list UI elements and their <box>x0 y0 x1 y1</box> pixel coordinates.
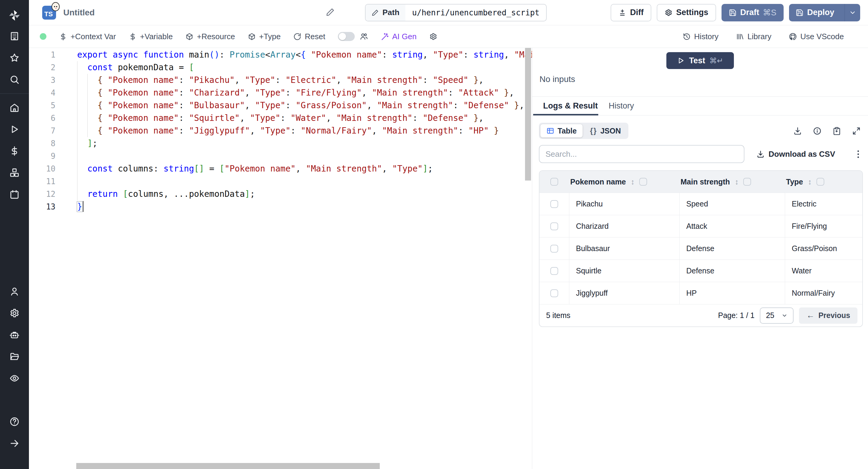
sidebar-item-favorites-star[interactable] <box>0 47 29 69</box>
sort-icon[interactable]: ↕ <box>735 178 739 186</box>
column-checkbox[interactable] <box>743 178 751 186</box>
test-run-button[interactable]: Test ⌘↵ <box>666 52 734 69</box>
save-draft-button[interactable]: Draft ⌘S <box>721 4 784 22</box>
add-type-button[interactable]: +Type <box>248 32 281 41</box>
sidebar-item-folders-folder[interactable] <box>0 346 29 368</box>
code-line[interactable]: 5 { "Pokemon name": "Bulbasaur", "Type":… <box>29 99 532 112</box>
code-line[interactable]: 1export async function main(): Promise<A… <box>29 49 532 61</box>
users-icon <box>360 32 368 41</box>
download-csv-button[interactable]: Download as CSV <box>756 150 835 159</box>
sidebar-item-workspace-building[interactable] <box>0 25 29 47</box>
windmill-logo-icon[interactable] <box>8 5 21 25</box>
view-mode-table[interactable]: Table <box>540 124 583 137</box>
sidebar-bottom-group <box>0 281 29 389</box>
previous-page-button[interactable]: ← Previous <box>799 307 858 324</box>
home-icon <box>9 102 20 113</box>
sidebar-item-workers-robot[interactable] <box>0 324 29 346</box>
editor-vertical-scrollbar[interactable] <box>525 48 531 181</box>
use-vscode-button[interactable]: Use VScode <box>789 32 844 41</box>
settings-button[interactable]: Settings <box>657 4 716 22</box>
column-header[interactable]: Type <box>786 178 803 186</box>
code-line[interactable]: 6 { "Pokemon name": "Squirtle", "Type": … <box>29 112 532 124</box>
sidebar-item-expand-arrow-right[interactable] <box>0 433 29 454</box>
more-options-kebab-icon[interactable] <box>856 149 861 160</box>
code-line[interactable]: 11 <box>29 175 532 188</box>
table-row[interactable]: JigglypuffHPNormal/Fairy <box>539 282 862 304</box>
select-all-checkbox[interactable] <box>550 178 558 186</box>
multiplayer-toggle[interactable] <box>338 32 355 41</box>
expand-fullscreen-icon[interactable] <box>852 127 861 135</box>
sidebar-item-search[interactable] <box>0 69 29 90</box>
row-checkbox[interactable] <box>550 245 558 253</box>
page-size-select[interactable]: 25 <box>760 307 794 324</box>
sidebar-item-user[interactable] <box>0 281 29 302</box>
download-icon <box>756 150 765 158</box>
sidebar-item-home[interactable] <box>0 97 29 119</box>
column-checkbox[interactable] <box>816 178 824 186</box>
code-line[interactable]: 10 const columns: string[] = ["Pokemon n… <box>29 162 532 175</box>
sidebar-item-runs-play[interactable] <box>0 119 29 140</box>
table-cell: Grass/Poison <box>785 238 862 259</box>
save-icon <box>796 9 804 17</box>
library-button[interactable]: Library <box>736 32 771 41</box>
code-line[interactable]: 8 ]; <box>29 137 532 150</box>
active-tab-underline <box>533 114 598 116</box>
editor-horizontal-scrollbar[interactable] <box>76 463 380 469</box>
script-path-field[interactable]: Path u/henri/unencumbered_script <box>365 4 547 22</box>
add-variable-button[interactable]: +Variable <box>129 32 173 41</box>
column-header[interactable]: Main strength <box>681 178 730 186</box>
row-checkbox[interactable] <box>550 200 558 208</box>
diff-button[interactable]: Diff <box>611 4 651 22</box>
code-line[interactable]: 13} <box>29 200 532 213</box>
tab-history[interactable]: History <box>609 97 634 115</box>
code-line[interactable]: 4 { "Pokemon name": "Charizard", "Type":… <box>29 87 532 99</box>
code-line[interactable]: 2 const pokemonData = [ <box>29 61 532 74</box>
view-mode-json[interactable]: {} JSON <box>584 124 627 137</box>
tab-logs-result[interactable]: Logs & Result <box>543 97 598 115</box>
copy-clipboard-icon[interactable] <box>832 127 841 135</box>
row-checkbox[interactable] <box>550 289 558 297</box>
sidebar-item-help-circle[interactable] <box>0 411 29 433</box>
add-resource-button[interactable]: +Resource <box>185 32 235 41</box>
row-checkbox[interactable] <box>550 267 558 275</box>
path-value[interactable]: u/henri/unencumbered_script <box>405 4 546 21</box>
sort-icon[interactable]: ↕ <box>808 178 812 186</box>
sidebar-item-resources-boxes[interactable] <box>0 162 29 184</box>
column-header[interactable]: Pokemon name <box>570 178 626 186</box>
code-text: { "Pokemon name": "Squirtle", "Type": "W… <box>77 112 484 124</box>
download-icon[interactable] <box>793 127 802 135</box>
code-line[interactable]: 12 return [columns, ...pokemonData]; <box>29 188 532 200</box>
table-cell: Charizard <box>569 215 679 237</box>
code-line[interactable]: 7 { "Pokemon name": "Jigglypuff", "Type"… <box>29 124 532 137</box>
typescript-language-badge[interactable]: TS <box>42 6 56 20</box>
reset-button[interactable]: Reset <box>293 32 325 41</box>
table-row[interactable]: BulbasaurDefenseGrass/Poison <box>539 237 862 259</box>
column-checkbox[interactable] <box>639 178 647 186</box>
add-context-var-button[interactable]: +Context Var <box>59 32 116 41</box>
table-row[interactable]: CharizardAttackFire/Flying <box>539 215 862 237</box>
code-text: const columns: string[] = ["Pokemon name… <box>77 162 433 175</box>
deploy-button-group: Deploy <box>789 4 860 22</box>
info-icon[interactable] <box>813 127 822 135</box>
history-button[interactable]: History <box>683 32 718 41</box>
deploy-dropdown-button[interactable] <box>844 4 860 22</box>
sidebar-item-settings-gear[interactable] <box>0 302 29 324</box>
table-row[interactable]: SquirtleDefenseWater <box>539 259 862 282</box>
result-search-input[interactable] <box>539 145 744 163</box>
sidebar-item-variables-dollar[interactable] <box>0 140 29 162</box>
table-cell: Jigglypuff <box>569 282 679 304</box>
sidebar-item-schedules-calendar[interactable] <box>0 184 29 205</box>
table-row[interactable]: PikachuSpeedElectric <box>539 193 862 215</box>
code-editor[interactable]: 1export async function main(): Promise<A… <box>29 48 532 469</box>
script-settings-gear-button[interactable] <box>429 33 437 41</box>
ai-gen-button[interactable]: AI Gen <box>381 32 416 41</box>
edit-summary-pencil-icon[interactable] <box>326 7 335 18</box>
row-checkbox[interactable] <box>550 222 558 230</box>
code-line[interactable]: 3 { "Pokemon name": "Pikachu", "Type": "… <box>29 74 532 87</box>
arrow-left-icon: ← <box>806 311 814 320</box>
sidebar-item-audit-eye[interactable] <box>0 368 29 389</box>
sort-icon[interactable]: ↕ <box>631 178 635 186</box>
code-line[interactable]: 9 <box>29 150 532 162</box>
deploy-button[interactable]: Deploy <box>789 4 841 22</box>
line-number: 1 <box>29 49 56 61</box>
